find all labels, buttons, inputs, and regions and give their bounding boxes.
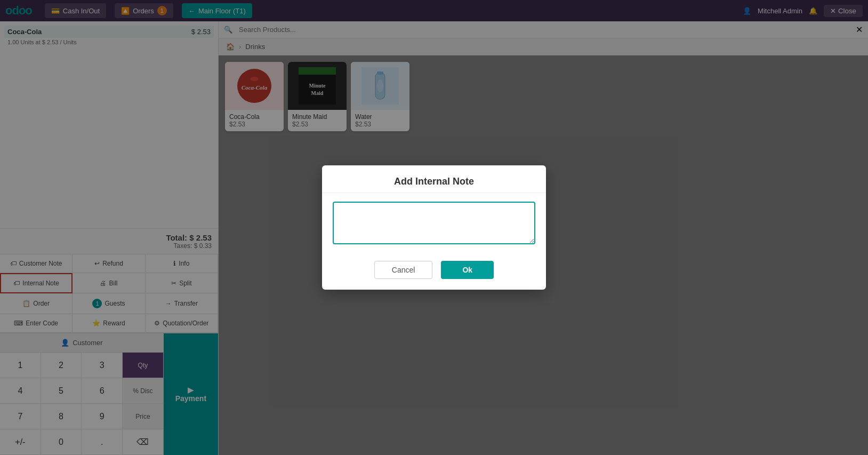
dialog-footer: Cancel Ok	[322, 254, 546, 290]
dialog-body	[322, 193, 546, 254]
internal-note-textarea[interactable]	[333, 202, 535, 244]
dialog-cancel-button[interactable]: Cancel	[374, 261, 433, 279]
add-internal-note-dialog: Add Internal Note Cancel Ok	[322, 165, 546, 290]
dialog-title: Add Internal Note	[322, 165, 546, 193]
dialog-ok-button[interactable]: Ok	[441, 261, 494, 279]
modal-overlay: Add Internal Note Cancel Ok	[0, 0, 868, 455]
